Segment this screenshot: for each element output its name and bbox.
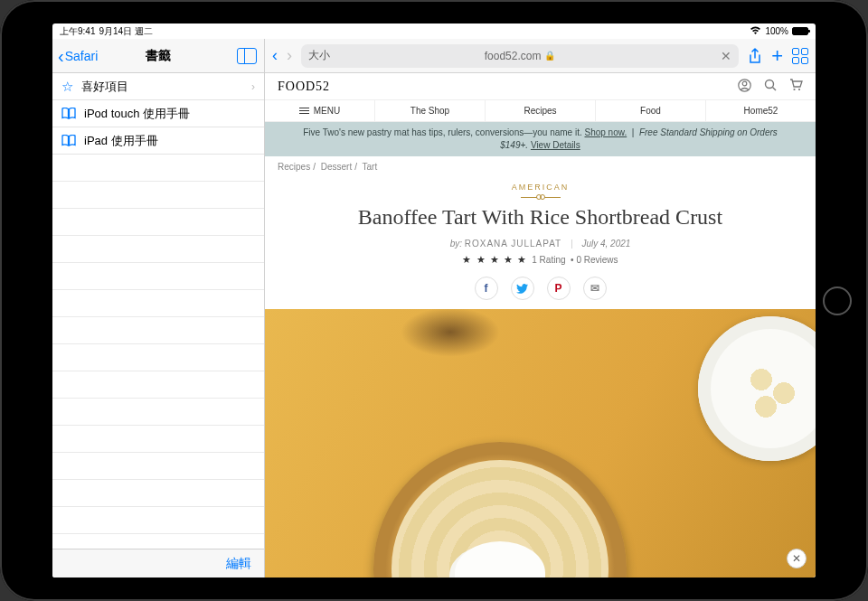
bookmark-item[interactable]: iPod touch 使用手冊 [52,100,264,127]
bookmark-favorites[interactable]: ☆ 喜好項目 › [52,73,264,100]
sidebar-header: ‹ Safari 書籤 [52,39,264,73]
nav-home52[interactable]: Home52 [706,100,816,121]
pinterest-icon[interactable]: P [547,277,571,300]
chevron-left-icon: ‹ [58,47,64,65]
svg-point-5 [798,89,800,90]
twitter-icon[interactable] [511,277,534,300]
list-item [52,155,264,182]
back-button[interactable]: ‹ Safari [58,47,98,65]
list-item [52,209,264,236]
cart-icon[interactable] [789,79,803,94]
nav-label: Recipes [524,106,556,116]
site-header: FOOD52 [265,73,816,100]
stop-reload-button[interactable]: ✕ [721,49,731,63]
address-bar[interactable]: 大小 food52.com 🔒 ✕ [301,44,739,68]
star-rating-icon: ★ ★ ★ ★ ★ [462,254,526,265]
nav-label: Food [640,106,661,116]
nav-forward-button[interactable]: › [287,46,292,65]
close-icon[interactable]: ✕ [787,549,807,568]
svg-point-4 [793,89,795,90]
nav-label: The Shop [410,106,449,116]
search-icon[interactable] [764,79,777,94]
recipe-hero-image: ✕ [265,309,816,578]
rating-count: 1 Rating [532,255,565,265]
list-item [52,507,264,534]
svg-line-3 [773,88,777,91]
list-item [52,263,264,290]
text-size-button[interactable]: 大小 [308,48,330,63]
battery-percent: 100% [765,26,788,36]
bookmark-item[interactable]: iPad 使用手冊 [52,127,264,155]
promo-text: Five Two's new pastry mat has tips, rule… [303,127,582,137]
list-item [52,453,264,480]
svg-point-1 [742,81,747,86]
promo-shop-link[interactable]: Shop now. [584,127,627,137]
site-logo[interactable]: FOOD52 [278,80,330,94]
wifi-icon [750,26,761,37]
status-date: 9月14日 週二 [99,25,152,38]
recipe-title: Banoffee Tart With Rice Shortbread Crust [283,205,797,230]
bookmarks-sidebar: ‹ Safari 書籤 ☆ 喜好項目 › [52,39,265,578]
crumb-link[interactable]: Tart [363,162,378,172]
nav-food[interactable]: Food [596,100,706,121]
by-prefix: by: [450,239,462,249]
list-item [52,371,264,399]
star-icon: ☆ [61,79,73,95]
status-bar: 上午9:41 9月14日 週二 100% [52,23,816,39]
nav-label: MENU [314,106,340,116]
category-label: AMERICAN [283,183,797,192]
crumb-link[interactable]: Dessert [321,162,352,172]
list-item [52,399,264,426]
email-icon[interactable]: ✉ [583,277,607,300]
nav-shop[interactable]: The Shop [375,100,486,121]
hamburger-icon [299,108,309,114]
lock-icon: 🔒 [544,51,555,61]
new-tab-button[interactable]: + [771,44,783,68]
url-display: food52.com 🔒 [485,50,556,62]
nav-recipes[interactable]: Recipes [486,100,596,121]
publish-date: July 4, 2021 [581,239,630,249]
screen: 上午9:41 9月14日 週二 100% ‹ Safari 書籤 [52,23,816,578]
ipad-frame: 上午9:41 9月14日 週二 100% ‹ Safari 書籤 [0,0,868,601]
sidebar-footer: 編輯 [52,549,264,578]
list-item [52,426,264,453]
image-detail [698,316,816,461]
list-item [52,182,264,209]
tabs-button[interactable] [792,48,808,64]
bookmark-label: 喜好項目 [81,79,128,95]
byline: by: ROXANA JULLAPAT | July 4, 2021 [283,239,797,249]
sidebar-toggle-icon[interactable] [237,48,257,64]
back-label: Safari [65,49,99,63]
url-text: food52.com [485,50,542,62]
webpage-content: FOOD52 [265,73,816,578]
list-item [52,480,264,507]
crumb-link[interactable]: Recipes [278,162,310,172]
site-nav: MENU The Shop Recipes Food Home52 [265,100,816,122]
list-item [52,344,264,371]
book-icon [61,135,76,146]
nav-menu-button[interactable]: MENU [265,100,375,121]
bookmark-label: iPad 使用手冊 [84,133,158,149]
list-item [52,317,264,344]
nav-back-button[interactable]: ‹ [272,46,278,65]
chevron-right-icon: › [251,80,255,93]
share-row: f P ✉ [283,277,797,300]
home-button[interactable] [823,286,852,315]
browser-toolbar: ‹ › 大小 food52.com 🔒 ✕ + [265,39,816,73]
account-icon[interactable] [738,79,751,95]
svg-point-2 [766,80,774,89]
sidebar-title: 書籤 [146,48,171,64]
list-item [52,290,264,317]
rating-row: ★ ★ ★ ★ ★ 1 Rating • 0 Reviews [283,254,797,266]
edit-button[interactable]: 編輯 [226,556,251,572]
battery-icon [792,27,808,35]
divider-ornament [283,194,797,200]
promo-details-link[interactable]: View Details [531,140,580,150]
recipe-header: AMERICAN Banoffee Tart With Rice Shortbr… [265,177,816,309]
image-detail [401,309,500,357]
facebook-icon[interactable]: f [475,277,498,300]
share-button[interactable] [748,48,762,64]
bookmark-list[interactable]: ☆ 喜好項目 › iPod touch 使用手冊 i [52,73,264,549]
status-time: 上午9:41 [60,25,95,38]
author-link[interactable]: ROXANA JULLAPAT [465,239,561,249]
